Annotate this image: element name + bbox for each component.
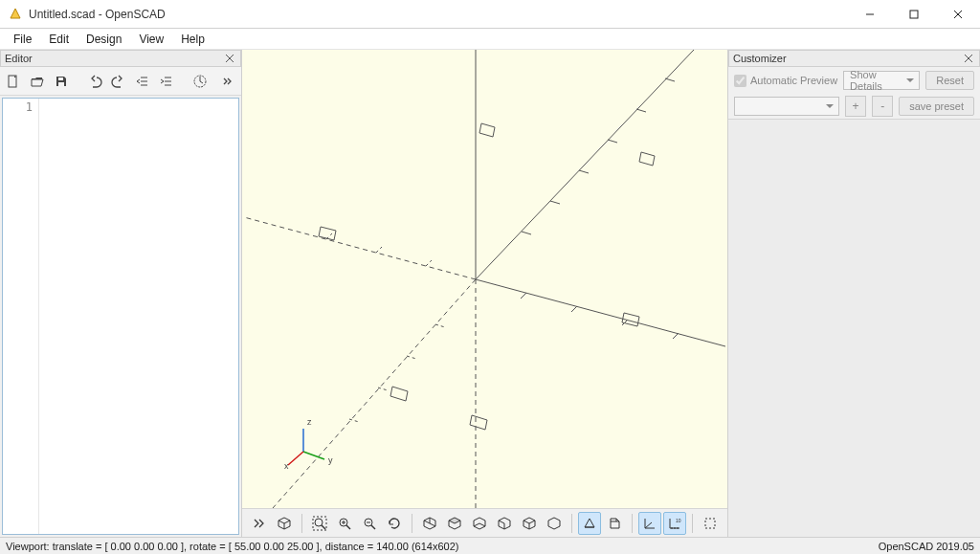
- menu-file[interactable]: File: [6, 31, 39, 48]
- menubar: File Edit Design View Help: [0, 29, 980, 50]
- zoom-fit-button[interactable]: [308, 512, 331, 535]
- preset-dropdown[interactable]: [734, 97, 839, 116]
- render-preview-button[interactable]: [248, 512, 271, 535]
- close-button[interactable]: [936, 0, 980, 29]
- view-top-button[interactable]: [443, 512, 466, 535]
- menu-view[interactable]: View: [131, 31, 171, 48]
- show-details-dropdown[interactable]: Show Details: [843, 71, 920, 90]
- editor-close-icon[interactable]: [223, 52, 236, 65]
- viewport-canvas[interactable]: z y x: [242, 50, 727, 508]
- customizer-body: [728, 120, 980, 537]
- customizer-panel-title: Customizer: [728, 50, 980, 67]
- view-right-button[interactable]: [418, 512, 441, 535]
- app-icon: [8, 7, 23, 22]
- view-back-button[interactable]: [543, 512, 566, 535]
- svg-rect-65: [705, 519, 715, 528]
- svg-line-58: [645, 522, 652, 528]
- show-crosshair-button[interactable]: [699, 512, 722, 535]
- show-axes-button[interactable]: [638, 512, 661, 535]
- svg-line-17: [476, 279, 725, 346]
- menu-design[interactable]: Design: [78, 31, 129, 48]
- status-version: OpenSCAD 2019.05: [879, 541, 974, 552]
- view-bottom-button[interactable]: [468, 512, 491, 535]
- auto-preview-checkbox[interactable]: Automatic Preview: [734, 75, 837, 87]
- preview-button[interactable]: [189, 71, 210, 92]
- svg-line-25: [579, 170, 589, 173]
- show-scale-button[interactable]: 10: [663, 512, 686, 535]
- indent-button[interactable]: [156, 71, 176, 92]
- svg-line-35: [378, 388, 388, 390]
- editor-panel-title: Editor: [0, 50, 241, 67]
- view-left-button[interactable]: [493, 512, 516, 535]
- menu-help[interactable]: Help: [173, 31, 212, 48]
- svg-line-51: [371, 525, 375, 529]
- editor-toolbar: [0, 67, 241, 96]
- customizer-close-icon[interactable]: [962, 52, 975, 65]
- svg-rect-8: [58, 78, 63, 80]
- customizer-row-1: Automatic Preview Show Details Reset: [728, 67, 980, 94]
- svg-line-21: [273, 279, 476, 508]
- redo-button[interactable]: [109, 71, 129, 92]
- view-all-button[interactable]: [273, 512, 296, 535]
- svg-line-26: [608, 140, 617, 143]
- viewport-panel: z y x 10: [242, 50, 727, 537]
- svg-point-43: [315, 519, 323, 526]
- open-file-button[interactable]: [28, 71, 48, 92]
- reset-view-button[interactable]: [383, 512, 406, 535]
- axis-y-label: y: [328, 455, 333, 465]
- svg-line-23: [522, 232, 531, 234]
- save-file-button[interactable]: [52, 71, 72, 92]
- minimize-button[interactable]: [848, 0, 892, 29]
- svg-line-27: [636, 109, 646, 112]
- viewport-toolbar: 10: [242, 508, 727, 537]
- svg-marker-0: [11, 9, 20, 18]
- svg-line-24: [550, 201, 560, 204]
- axis-z-label: z: [307, 417, 312, 427]
- code-area[interactable]: [39, 99, 238, 534]
- customizer-panel-label: Customizer: [733, 53, 787, 64]
- svg-line-18: [476, 50, 694, 279]
- svg-line-37: [426, 260, 432, 266]
- axis-x-label: x: [284, 461, 289, 471]
- svg-text:10: 10: [676, 518, 681, 523]
- svg-line-44: [322, 525, 325, 529]
- zoom-out-button[interactable]: [358, 512, 381, 535]
- svg-line-41: [303, 452, 324, 459]
- svg-line-42: [288, 452, 303, 465]
- editor-panel: Editor 1: [0, 50, 242, 537]
- svg-line-38: [376, 247, 382, 253]
- orthographic-button[interactable]: [603, 512, 626, 535]
- auto-preview-label: Automatic Preview: [750, 75, 837, 86]
- editor-body[interactable]: 1: [2, 98, 239, 535]
- remove-preset-button[interactable]: -: [872, 96, 893, 117]
- unindent-button[interactable]: [132, 71, 152, 92]
- svg-rect-2: [910, 11, 918, 18]
- workspace: Editor 1: [0, 50, 980, 537]
- svg-line-32: [673, 333, 679, 339]
- svg-line-28: [665, 78, 675, 81]
- svg-line-36: [349, 419, 359, 422]
- save-preset-button[interactable]: save preset: [899, 97, 974, 116]
- undo-button[interactable]: [85, 71, 105, 92]
- perspective-button[interactable]: [578, 512, 601, 535]
- maximize-button[interactable]: [892, 0, 936, 29]
- new-file-button[interactable]: [4, 71, 24, 92]
- svg-line-29: [521, 293, 526, 299]
- statusbar: Viewport: translate = [ 0.00 0.00 0.00 ]…: [0, 537, 980, 554]
- svg-line-47: [346, 525, 350, 529]
- svg-line-33: [435, 324, 445, 327]
- titlebar: Untitled.scad - OpenSCAD: [0, 0, 980, 29]
- customizer-row-2: + - save preset: [728, 94, 980, 120]
- view-front-button[interactable]: [518, 512, 541, 535]
- line-number-1: 1: [3, 100, 33, 114]
- customizer-panel: Customizer Automatic Preview Show Detail…: [727, 50, 980, 537]
- editor-panel-label: Editor: [5, 53, 33, 64]
- reset-button[interactable]: Reset: [925, 71, 974, 90]
- toolbar-overflow-icon[interactable]: [217, 71, 237, 92]
- svg-rect-9: [58, 82, 64, 86]
- zoom-in-button[interactable]: [333, 512, 356, 535]
- status-viewport: Viewport: translate = [ 0.00 0.00 0.00 ]…: [6, 541, 458, 552]
- menu-edit[interactable]: Edit: [41, 31, 77, 48]
- svg-line-30: [571, 306, 577, 312]
- add-preset-button[interactable]: +: [845, 96, 866, 117]
